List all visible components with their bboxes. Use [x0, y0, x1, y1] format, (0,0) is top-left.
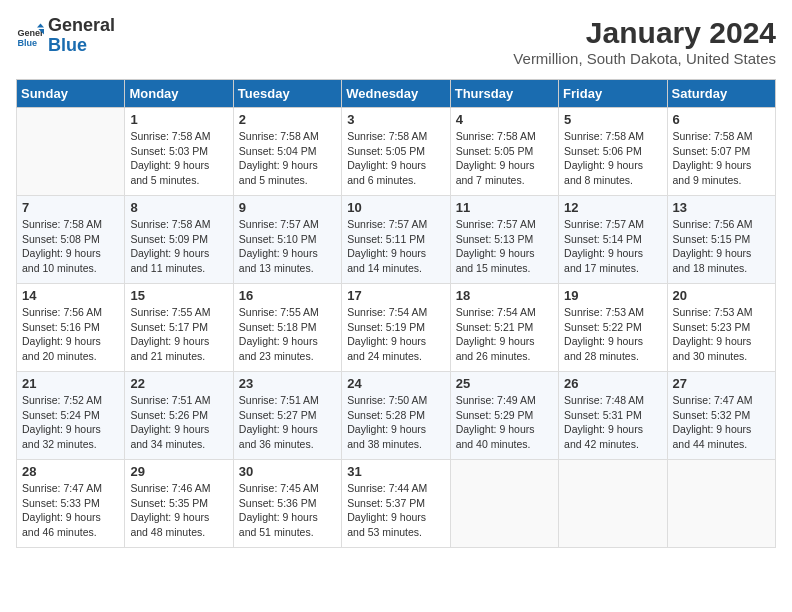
logo-general: General [48, 15, 115, 35]
day-number: 30 [239, 464, 336, 479]
calendar-cell: 12Sunrise: 7:57 AM Sunset: 5:14 PM Dayli… [559, 196, 667, 284]
day-info: Sunrise: 7:55 AM Sunset: 5:18 PM Dayligh… [239, 305, 336, 364]
header-day-wednesday: Wednesday [342, 80, 450, 108]
day-number: 24 [347, 376, 444, 391]
day-info: Sunrise: 7:46 AM Sunset: 5:35 PM Dayligh… [130, 481, 227, 540]
day-number: 27 [673, 376, 770, 391]
day-number: 14 [22, 288, 119, 303]
day-number: 23 [239, 376, 336, 391]
calendar-cell: 21Sunrise: 7:52 AM Sunset: 5:24 PM Dayli… [17, 372, 125, 460]
calendar-cell: 24Sunrise: 7:50 AM Sunset: 5:28 PM Dayli… [342, 372, 450, 460]
calendar-cell: 27Sunrise: 7:47 AM Sunset: 5:32 PM Dayli… [667, 372, 775, 460]
day-info: Sunrise: 7:47 AM Sunset: 5:32 PM Dayligh… [673, 393, 770, 452]
day-number: 20 [673, 288, 770, 303]
calendar-cell: 8Sunrise: 7:58 AM Sunset: 5:09 PM Daylig… [125, 196, 233, 284]
logo-blue: Blue [48, 35, 87, 55]
svg-text:Blue: Blue [17, 38, 37, 48]
day-number: 31 [347, 464, 444, 479]
day-number: 3 [347, 112, 444, 127]
day-number: 6 [673, 112, 770, 127]
calendar-cell: 22Sunrise: 7:51 AM Sunset: 5:26 PM Dayli… [125, 372, 233, 460]
header-day-thursday: Thursday [450, 80, 558, 108]
day-number: 2 [239, 112, 336, 127]
day-number: 12 [564, 200, 661, 215]
day-info: Sunrise: 7:51 AM Sunset: 5:27 PM Dayligh… [239, 393, 336, 452]
header-day-saturday: Saturday [667, 80, 775, 108]
header-day-sunday: Sunday [17, 80, 125, 108]
day-number: 26 [564, 376, 661, 391]
day-info: Sunrise: 7:58 AM Sunset: 5:07 PM Dayligh… [673, 129, 770, 188]
day-info: Sunrise: 7:55 AM Sunset: 5:17 PM Dayligh… [130, 305, 227, 364]
header: General Blue General Blue January 2024 V… [16, 16, 776, 67]
day-info: Sunrise: 7:58 AM Sunset: 5:08 PM Dayligh… [22, 217, 119, 276]
day-number: 17 [347, 288, 444, 303]
day-number: 13 [673, 200, 770, 215]
day-info: Sunrise: 7:57 AM Sunset: 5:13 PM Dayligh… [456, 217, 553, 276]
calendar-cell: 28Sunrise: 7:47 AM Sunset: 5:33 PM Dayli… [17, 460, 125, 548]
calendar-header: SundayMondayTuesdayWednesdayThursdayFrid… [17, 80, 776, 108]
day-number: 18 [456, 288, 553, 303]
header-row: SundayMondayTuesdayWednesdayThursdayFrid… [17, 80, 776, 108]
day-number: 19 [564, 288, 661, 303]
day-info: Sunrise: 7:54 AM Sunset: 5:21 PM Dayligh… [456, 305, 553, 364]
day-info: Sunrise: 7:48 AM Sunset: 5:31 PM Dayligh… [564, 393, 661, 452]
day-info: Sunrise: 7:58 AM Sunset: 5:09 PM Dayligh… [130, 217, 227, 276]
logo-icon: General Blue [16, 22, 44, 50]
header-day-monday: Monday [125, 80, 233, 108]
calendar-table: SundayMondayTuesdayWednesdayThursdayFrid… [16, 79, 776, 548]
calendar-cell: 30Sunrise: 7:45 AM Sunset: 5:36 PM Dayli… [233, 460, 341, 548]
calendar-cell: 13Sunrise: 7:56 AM Sunset: 5:15 PM Dayli… [667, 196, 775, 284]
calendar-week-1: 1Sunrise: 7:58 AM Sunset: 5:03 PM Daylig… [17, 108, 776, 196]
calendar-cell: 25Sunrise: 7:49 AM Sunset: 5:29 PM Dayli… [450, 372, 558, 460]
calendar-cell: 5Sunrise: 7:58 AM Sunset: 5:06 PM Daylig… [559, 108, 667, 196]
calendar-cell: 7Sunrise: 7:58 AM Sunset: 5:08 PM Daylig… [17, 196, 125, 284]
calendar-cell: 15Sunrise: 7:55 AM Sunset: 5:17 PM Dayli… [125, 284, 233, 372]
day-info: Sunrise: 7:53 AM Sunset: 5:23 PM Dayligh… [673, 305, 770, 364]
day-info: Sunrise: 7:49 AM Sunset: 5:29 PM Dayligh… [456, 393, 553, 452]
calendar-cell: 16Sunrise: 7:55 AM Sunset: 5:18 PM Dayli… [233, 284, 341, 372]
day-info: Sunrise: 7:50 AM Sunset: 5:28 PM Dayligh… [347, 393, 444, 452]
day-number: 1 [130, 112, 227, 127]
calendar-cell: 6Sunrise: 7:58 AM Sunset: 5:07 PM Daylig… [667, 108, 775, 196]
day-info: Sunrise: 7:54 AM Sunset: 5:19 PM Dayligh… [347, 305, 444, 364]
day-info: Sunrise: 7:52 AM Sunset: 5:24 PM Dayligh… [22, 393, 119, 452]
calendar-cell [450, 460, 558, 548]
calendar-week-5: 28Sunrise: 7:47 AM Sunset: 5:33 PM Dayli… [17, 460, 776, 548]
calendar-cell: 11Sunrise: 7:57 AM Sunset: 5:13 PM Dayli… [450, 196, 558, 284]
calendar-cell [17, 108, 125, 196]
day-info: Sunrise: 7:58 AM Sunset: 5:04 PM Dayligh… [239, 129, 336, 188]
day-number: 21 [22, 376, 119, 391]
day-info: Sunrise: 7:45 AM Sunset: 5:36 PM Dayligh… [239, 481, 336, 540]
location-title: Vermillion, South Dakota, United States [513, 50, 776, 67]
calendar-cell [667, 460, 775, 548]
day-number: 25 [456, 376, 553, 391]
calendar-cell: 10Sunrise: 7:57 AM Sunset: 5:11 PM Dayli… [342, 196, 450, 284]
calendar-cell: 23Sunrise: 7:51 AM Sunset: 5:27 PM Dayli… [233, 372, 341, 460]
title-area: January 2024 Vermillion, South Dakota, U… [513, 16, 776, 67]
day-number: 9 [239, 200, 336, 215]
day-number: 15 [130, 288, 227, 303]
logo: General Blue General Blue [16, 16, 115, 56]
calendar-body: 1Sunrise: 7:58 AM Sunset: 5:03 PM Daylig… [17, 108, 776, 548]
calendar-cell: 29Sunrise: 7:46 AM Sunset: 5:35 PM Dayli… [125, 460, 233, 548]
calendar-cell: 18Sunrise: 7:54 AM Sunset: 5:21 PM Dayli… [450, 284, 558, 372]
day-info: Sunrise: 7:51 AM Sunset: 5:26 PM Dayligh… [130, 393, 227, 452]
calendar-cell: 3Sunrise: 7:58 AM Sunset: 5:05 PM Daylig… [342, 108, 450, 196]
day-info: Sunrise: 7:44 AM Sunset: 5:37 PM Dayligh… [347, 481, 444, 540]
day-info: Sunrise: 7:58 AM Sunset: 5:05 PM Dayligh… [456, 129, 553, 188]
day-number: 5 [564, 112, 661, 127]
day-number: 22 [130, 376, 227, 391]
calendar-cell: 1Sunrise: 7:58 AM Sunset: 5:03 PM Daylig… [125, 108, 233, 196]
day-number: 10 [347, 200, 444, 215]
calendar-cell: 2Sunrise: 7:58 AM Sunset: 5:04 PM Daylig… [233, 108, 341, 196]
day-info: Sunrise: 7:47 AM Sunset: 5:33 PM Dayligh… [22, 481, 119, 540]
day-info: Sunrise: 7:56 AM Sunset: 5:16 PM Dayligh… [22, 305, 119, 364]
calendar-cell: 20Sunrise: 7:53 AM Sunset: 5:23 PM Dayli… [667, 284, 775, 372]
day-info: Sunrise: 7:57 AM Sunset: 5:11 PM Dayligh… [347, 217, 444, 276]
day-number: 7 [22, 200, 119, 215]
calendar-cell: 31Sunrise: 7:44 AM Sunset: 5:37 PM Dayli… [342, 460, 450, 548]
day-info: Sunrise: 7:58 AM Sunset: 5:06 PM Dayligh… [564, 129, 661, 188]
svg-marker-2 [37, 23, 44, 27]
day-number: 28 [22, 464, 119, 479]
calendar-cell: 14Sunrise: 7:56 AM Sunset: 5:16 PM Dayli… [17, 284, 125, 372]
